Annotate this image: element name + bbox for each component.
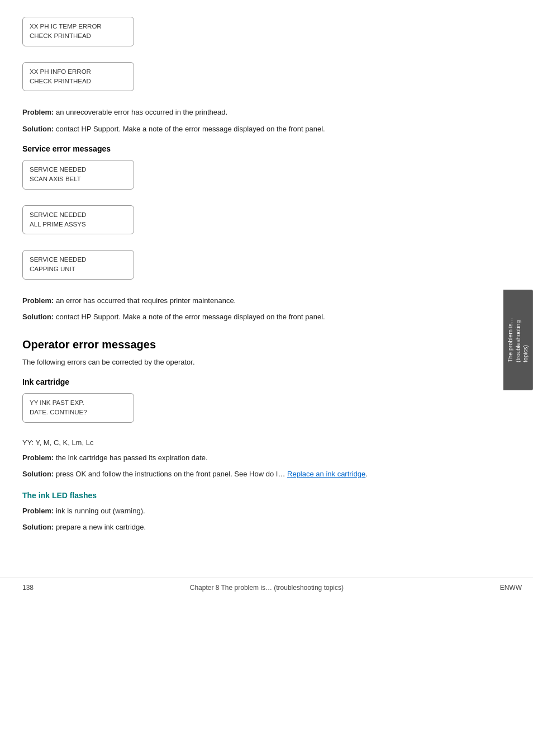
- ink-cartridge-heading: Ink cartridge: [22, 377, 499, 386]
- para-problem-service: Problem: an error has occurred that requ…: [22, 295, 499, 306]
- footer-page: 138: [22, 584, 34, 592]
- problem-led-text: ink is running out (warning).: [54, 507, 145, 515]
- lcd-group-service-capping: SERVICE NEEDED CAPPING UNIT: [22, 250, 499, 291]
- lcd-line-ph-info-2: CHECK PRINTHEAD: [30, 77, 127, 86]
- solution-ink-text1: press: [54, 470, 75, 478]
- solution-ph-text: contact HP Support. Make a note of the e…: [54, 125, 325, 133]
- solution-ink-text3: .: [365, 470, 368, 478]
- footer: 138 Chapter 8 The problem is… (troublesh…: [0, 578, 533, 597]
- problem-ph-text: an unrecoverable error has occurred in t…: [54, 108, 227, 116]
- lcd-group-ph-info: XX PH INFO ERROR CHECK PRINTHEAD: [22, 62, 499, 103]
- side-tab: The problem is…(troubleshootingtopics): [503, 290, 533, 390]
- lcd-line-ph-info-1: XX PH INFO ERROR: [30, 67, 127, 77]
- lcd-line-service-scan-2: SCAN AXIS BELT: [30, 174, 127, 184]
- para-problem-ink: Problem: the ink cartridge has passed it…: [22, 452, 499, 464]
- para-problem-led: Problem: ink is running out (warning).: [22, 505, 499, 517]
- solution-ink-ok: OK: [75, 470, 86, 478]
- lcd-box-service-scan: SERVICE NEEDED SCAN AXIS BELT: [22, 160, 134, 190]
- lcd-line-ph-ic-temp-2: CHECK PRINTHEAD: [30, 31, 127, 41]
- yy-line: YY: Y, M, C, K, Lm, Lc: [22, 438, 499, 447]
- side-tab-text: The problem is…(troubleshootingtopics): [503, 290, 533, 390]
- lcd-line-ink-exp-1: YY INK PAST EXP.: [30, 398, 127, 408]
- solution-ph-label: Solution:: [22, 125, 54, 133]
- lcd-group-service-scan: SERVICE NEEDED SCAN AXIS BELT: [22, 160, 499, 201]
- lcd-box-service-prime: SERVICE NEEDED ALL PRIME ASSYS: [22, 205, 134, 235]
- solution-ink-label: Solution:: [22, 470, 54, 478]
- para-solution-led: Solution: prepare a new ink cartridge.: [22, 522, 499, 533]
- para-solution-ink: Solution: press OK and follow the instru…: [22, 469, 499, 480]
- problem-ink-text: the ink cartridge has passed its expirat…: [54, 453, 207, 462]
- para-problem-ph: Problem: an unrecoverable error has occu…: [22, 107, 499, 118]
- problem-service-text: an error has occurred that requires prin…: [54, 296, 236, 305]
- operator-error-heading: Operator error messages: [22, 338, 499, 351]
- replace-ink-link[interactable]: Replace an ink cartridge: [287, 470, 365, 478]
- side-tab-line1: The problem is…(troubleshootingtopics): [507, 318, 530, 362]
- lcd-line-service-capping-2: CAPPING UNIT: [30, 264, 127, 274]
- lcd-group-service-prime: SERVICE NEEDED ALL PRIME ASSYS: [22, 205, 499, 246]
- lcd-line-service-scan-1: SERVICE NEEDED: [30, 165, 127, 174]
- lcd-box-service-capping: SERVICE NEEDED CAPPING UNIT: [22, 250, 134, 280]
- lcd-line-ph-ic-temp-1: XX PH IC TEMP ERROR: [30, 22, 127, 31]
- solution-ink-text2: and follow the instructions on the front…: [86, 470, 287, 478]
- lcd-line-service-prime-1: SERVICE NEEDED: [30, 210, 127, 220]
- footer-right: ENWW: [500, 584, 522, 592]
- lcd-line-ink-exp-2: DATE. CONTINUE?: [30, 408, 127, 417]
- ink-led-heading: The ink LED flashes: [22, 491, 499, 500]
- problem-service-label: Problem:: [22, 296, 54, 305]
- lcd-group-ink-exp: YY INK PAST EXP. DATE. CONTINUE?: [22, 393, 499, 434]
- lcd-line-service-capping-1: SERVICE NEEDED: [30, 255, 127, 264]
- para-solution-ph: Solution: contact HP Support. Make a not…: [22, 124, 499, 135]
- service-error-heading: Service error messages: [22, 144, 499, 153]
- problem-ink-label: Problem:: [22, 453, 54, 462]
- lcd-box-ph-ic-temp: XX PH IC TEMP ERROR CHECK PRINTHEAD: [22, 17, 134, 46]
- lcd-group-ph-ic-temp: XX PH IC TEMP ERROR CHECK PRINTHEAD: [22, 17, 499, 58]
- footer-chapter: Chapter 8 The problem is… (troubleshooti…: [190, 584, 344, 592]
- solution-service-text: contact HP Support. Make a note of the e…: [54, 313, 325, 321]
- solution-led-text: prepare a new ink cartridge.: [54, 523, 146, 531]
- solution-led-label: Solution:: [22, 523, 54, 531]
- solution-service-label: Solution:: [22, 313, 54, 321]
- problem-led-label: Problem:: [22, 507, 54, 515]
- main-content: XX PH IC TEMP ERROR CHECK PRINTHEAD XX P…: [22, 0, 499, 561]
- problem-ph-label: Problem:: [22, 108, 54, 116]
- operator-error-sub: The following errors can be corrected by…: [22, 357, 499, 368]
- lcd-line-service-prime-2: ALL PRIME ASSYS: [30, 220, 127, 229]
- lcd-box-ph-info: XX PH INFO ERROR CHECK PRINTHEAD: [22, 62, 134, 92]
- lcd-box-ink-exp: YY INK PAST EXP. DATE. CONTINUE?: [22, 393, 134, 423]
- para-solution-service: Solution: contact HP Support. Make a not…: [22, 311, 499, 323]
